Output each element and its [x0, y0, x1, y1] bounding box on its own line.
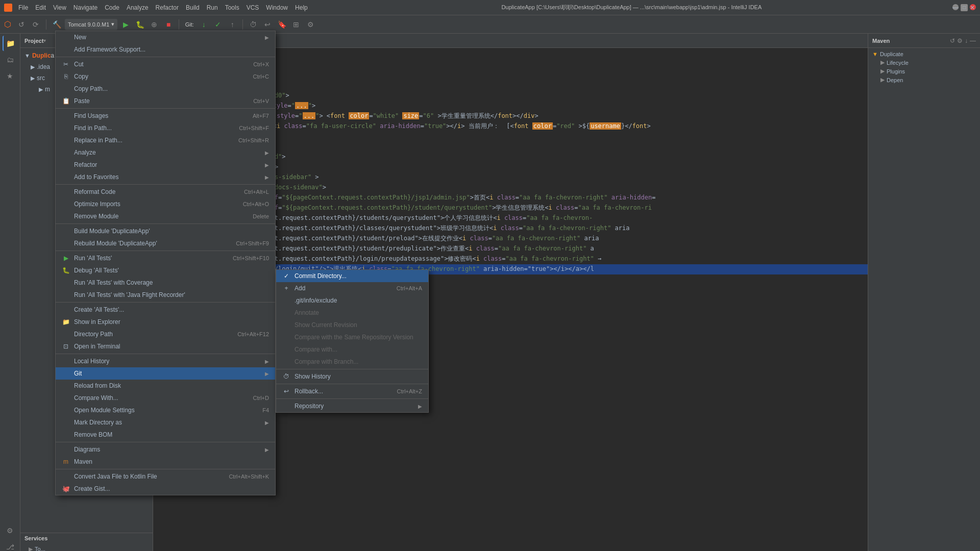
menu-run[interactable]: Run [204, 3, 221, 12]
ctx-convert-kotlin[interactable]: Convert Java File to Kotlin File Ctrl+Al… [56, 470, 275, 483]
ctx-add-framework[interactable]: Add Framework Support... [56, 43, 275, 56]
ctx-module-settings[interactable]: Open Module Settings F4 [56, 404, 275, 416]
menu-analyze[interactable]: Analyze [124, 3, 152, 12]
ctx-reformat[interactable]: Reformat Code Ctrl+Alt+L [56, 186, 275, 198]
ctx-copy-path[interactable]: Copy Path... [56, 83, 275, 95]
maven-refresh-icon[interactable]: ↺ [950, 37, 955, 44]
menu-code[interactable]: Code [102, 3, 122, 12]
ctx-maven[interactable]: m Maven [56, 456, 275, 468]
toolbar-git-update[interactable]: ↓ [198, 18, 210, 31]
maven-item-dependencies[interactable]: ▶ Depen [870, 76, 978, 84]
ctx-replace-path[interactable]: Replace in Path... Ctrl+Shift+R [56, 134, 275, 146]
ctx-git[interactable]: Git ▶ [56, 367, 275, 380]
ctx-paste[interactable]: 📋 Paste Ctrl+V [56, 95, 275, 107]
toolbar-build[interactable]: 🔨 [51, 18, 63, 31]
maven-settings-icon[interactable]: ⚙ [957, 37, 963, 44]
menu-edit[interactable]: Edit [32, 3, 49, 12]
maven-download-icon[interactable]: ↓ [965, 37, 968, 44]
ctx-copy[interactable]: ⎘ Copy Ctrl+C [56, 70, 275, 83]
sidebar-icon-structure[interactable]: 🗂 [3, 52, 18, 67]
menu-navigate[interactable]: Navigate [70, 3, 101, 12]
maven-item-lifecycle[interactable]: ▶ Lifecycle [870, 58, 978, 67]
ctx-paste-label: Paste [74, 97, 90, 105]
menu-tools[interactable]: Tools [222, 3, 242, 12]
ctx-diagrams[interactable]: Diagrams ▶ [56, 443, 275, 456]
menu-help[interactable]: Help [292, 3, 311, 12]
ctx-maven-label: Maven [74, 458, 92, 465]
sidebar-icon-project[interactable]: 📁 [3, 36, 18, 51]
ctx-directory-path[interactable]: Directory Path Ctrl+Alt+F12 [56, 328, 275, 340]
toolbar-debug[interactable]: 🐛 [134, 18, 146, 31]
ctx-rebuild-module[interactable]: Rebuild Module 'DuplicateApp' Ctrl+Shift… [56, 237, 275, 249]
maven-item-plugins[interactable]: ▶ Plugins [870, 67, 978, 76]
ctx-run-jfr[interactable]: Run 'All Tests' with 'Java Flight Record… [56, 289, 275, 301]
ctx-reload-disk-label: Reload from Disk [74, 382, 121, 389]
ctx-cut[interactable]: ✂ Cut Ctrl+X [56, 58, 275, 70]
ctx-mark-directory[interactable]: Mark Directory as ▶ [56, 416, 275, 429]
ctx-remove-bom[interactable]: Remove BOM [56, 429, 275, 441]
ctx-debug-tests[interactable]: 🐛 Debug 'All Tests' [56, 264, 275, 277]
project-header-chevron: ▾ [43, 38, 46, 43]
ctx-optimize-imports[interactable]: Optimize Imports Ctrl+Alt+O [56, 198, 275, 210]
ctx-find-usages-label: Find Usages [74, 112, 108, 119]
ctx-create-tests[interactable]: Create 'All Tests'... [56, 304, 275, 316]
minimize-button[interactable]: — [952, 4, 959, 10]
ctx-add-framework-label: Add Framework Support... [74, 46, 145, 53]
menu-view[interactable]: View [50, 3, 69, 12]
ctx-reload-disk[interactable]: Reload from Disk [56, 380, 275, 392]
ctx-remove-module[interactable]: Remove Module Delete [56, 210, 275, 222]
toolbar-run[interactable]: ▶ [119, 18, 132, 31]
ctx-refactor[interactable]: Refactor ▶ [56, 159, 275, 171]
toolbar-refresh[interactable]: ↺ [15, 18, 28, 31]
toolbar-run-config[interactable]: Tomcat 9.0.0.M1 ▾ [65, 19, 117, 30]
ctx-find-path[interactable]: Find in Path... Ctrl+Shift+F [56, 122, 275, 134]
ctx-run-coverage[interactable]: Run 'All Tests' with Coverage [56, 277, 275, 289]
run-config-dropdown[interactable]: ▾ [111, 21, 114, 28]
ctx-run-tests[interactable]: ▶ Run 'All Tests' Ctrl+Shift+F10 [56, 252, 275, 264]
git-show-history[interactable]: ⏱ Show History [276, 370, 428, 383]
toolbar-history[interactable]: ⏱ [247, 18, 259, 31]
sidebar-icon-favorites[interactable]: ★ [3, 68, 18, 84]
toolbar-git-commit[interactable]: ✓ [212, 18, 224, 31]
services-item-tomcat[interactable]: ▶ To... [24, 543, 149, 551]
git-repository[interactable]: Repository ▶ [276, 400, 428, 412]
git-add-shortcut: Ctrl+Alt+A [397, 285, 422, 291]
ctx-directory-path-label: Directory Path [74, 331, 113, 338]
git-commit-directory[interactable]: ✓ Commit Directory... [276, 270, 428, 282]
toolbar-bookmark[interactable]: 🔖 [276, 18, 288, 31]
toolbar-settings[interactable]: ⚙ [304, 18, 316, 31]
toolbar-coverage[interactable]: ⊕ [148, 18, 160, 31]
ctx-local-history-arrow: ▶ [265, 359, 269, 364]
menu-file[interactable]: File [15, 3, 31, 12]
git-add-icon: + [282, 285, 290, 292]
ctx-add-favorites[interactable]: Add to Favorites ▶ [56, 171, 275, 183]
ctx-compare-with[interactable]: Compare With... Ctrl+D [56, 392, 275, 404]
ctx-show-explorer[interactable]: 📁 Show in Explorer [56, 316, 275, 328]
git-add[interactable]: + Add Ctrl+Alt+A [276, 282, 428, 294]
maximize-button[interactable]: □ [961, 4, 968, 11]
ctx-find-usages[interactable]: Find Usages Alt+F7 [56, 110, 275, 122]
ctx-open-terminal[interactable]: ⊡ Open in Terminal [56, 340, 275, 353]
toolbar-stop[interactable]: ■ [162, 18, 175, 31]
git-annotate: Annotate [276, 307, 428, 319]
close-button[interactable]: ✕ [970, 4, 976, 10]
maven-collapse-icon[interactable]: — [970, 37, 976, 44]
toolbar-rollback[interactable]: ↩ [261, 18, 274, 31]
git-exclude[interactable]: .git/info/exclude [276, 294, 428, 307]
maven-item-duplicate[interactable]: ▼ Duplicate [870, 50, 978, 58]
ctx-create-gist[interactable]: 🐙 Create Gist... [56, 483, 275, 495]
ctx-local-history[interactable]: Local History ▶ [56, 355, 275, 367]
toolbar-terminal[interactable]: ⊞ [290, 18, 302, 31]
sidebar-icon-services[interactable]: ⚙ [3, 523, 18, 538]
ctx-analyze[interactable]: Analyze ▶ [56, 146, 275, 159]
toolbar-git-push[interactable]: ↑ [226, 18, 238, 31]
toolbar-sync[interactable]: ⟳ [30, 18, 42, 31]
ctx-new[interactable]: New ▶ [56, 31, 275, 43]
menu-build[interactable]: Build [183, 3, 203, 12]
menu-refactor[interactable]: Refactor [153, 3, 182, 12]
sidebar-icon-git[interactable]: ⎇ [3, 539, 18, 551]
ctx-build-module[interactable]: Build Module 'DuplicateApp' [56, 225, 275, 237]
menu-vcs[interactable]: VCS [243, 3, 262, 12]
menu-window[interactable]: Window [263, 3, 291, 12]
git-rollback[interactable]: ↩ Rollback... Ctrl+Alt+Z [276, 385, 428, 397]
